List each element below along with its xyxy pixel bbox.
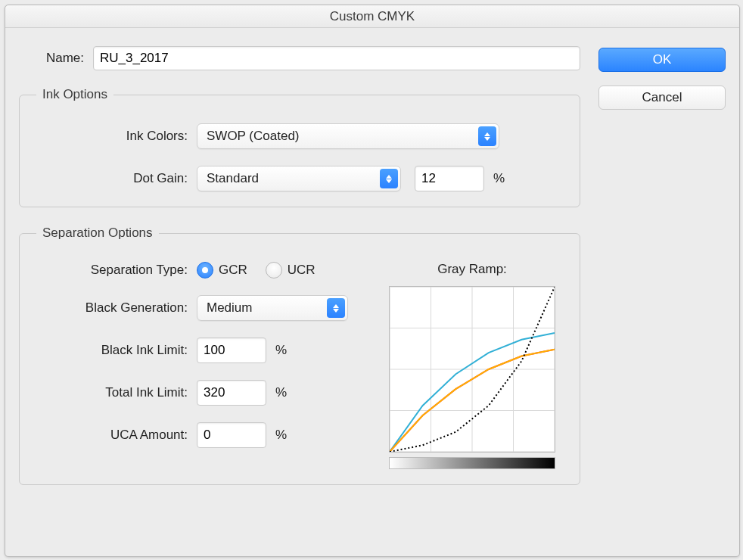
name-label: Name:: [19, 51, 84, 66]
gray-ramp-label: Gray Ramp:: [437, 262, 507, 277]
black-ink-limit-row: Black Ink Limit: %: [36, 338, 365, 363]
black-generation-row: Black Generation: Medium: [36, 295, 365, 321]
radio-ucr-label: UCR: [288, 263, 316, 278]
radio-gcr[interactable]: GCR: [197, 262, 247, 278]
percent-label: %: [275, 385, 287, 400]
percent-label: %: [275, 428, 287, 443]
percent-label: %: [493, 171, 505, 186]
separation-options-group: Separation Options Separation Type: GCR: [19, 226, 580, 485]
separation-inner: Separation Type: GCR UCR Black Ge: [36, 262, 563, 469]
cancel-button[interactable]: Cancel: [598, 86, 726, 110]
ink-colors-value: SWOP (Coated): [207, 129, 300, 144]
percent-label: %: [275, 343, 287, 358]
uca-amount-row: UCA Amount: %: [36, 422, 365, 448]
dot-gain-select[interactable]: Standard: [197, 166, 401, 191]
dialog-title: Custom CMYK: [5, 5, 739, 28]
uca-amount-label: UCA Amount:: [36, 428, 188, 443]
updown-arrows-icon: [380, 169, 398, 188]
separation-left: Separation Type: GCR UCR Black Ge: [36, 262, 365, 469]
black-ink-limit-label: Black Ink Limit:: [36, 343, 188, 358]
black-generation-select[interactable]: Medium: [197, 295, 348, 321]
radio-dot-icon: [197, 262, 213, 278]
updown-arrows-icon: [478, 126, 496, 146]
ink-options-group: Ink Options Ink Colors: SWOP (Coated) Do…: [19, 87, 580, 207]
gray-ramp-panel: Gray Ramp:: [381, 262, 563, 469]
gray-ramp-gradient: [389, 457, 555, 469]
gray-ramp-chart: [389, 286, 555, 453]
dialog-window: Custom CMYK Name: Ink Options Ink Colors…: [5, 5, 740, 557]
uca-amount-input[interactable]: [197, 422, 266, 448]
radio-dot-icon: [266, 262, 282, 278]
total-ink-limit-label: Total Ink Limit:: [36, 385, 188, 400]
black-ink-limit-input[interactable]: [197, 338, 266, 363]
ink-colors-select[interactable]: SWOP (Coated): [197, 123, 499, 149]
updown-arrows-icon: [327, 298, 345, 318]
separation-type-label: Separation Type:: [36, 263, 188, 278]
black-generation-value: Medium: [207, 300, 252, 316]
radio-ucr[interactable]: UCR: [266, 262, 316, 278]
dialog-content: Name: Ink Options Ink Colors: SWOP (Coat…: [5, 28, 739, 515]
separation-options-legend: Separation Options: [36, 226, 159, 241]
dot-gain-label: Dot Gain:: [36, 171, 188, 186]
radio-gcr-label: GCR: [219, 263, 247, 278]
dot-gain-amount-input[interactable]: [415, 166, 484, 191]
black-generation-label: Black Generation:: [36, 300, 188, 316]
total-ink-limit-row: Total Ink Limit: %: [36, 380, 365, 406]
dialog-right: OK Cancel: [598, 46, 726, 503]
separation-type-row: Separation Type: GCR UCR: [36, 262, 365, 278]
ink-colors-row: Ink Colors: SWOP (Coated): [36, 123, 563, 149]
total-ink-limit-input[interactable]: [197, 380, 266, 406]
ok-button[interactable]: OK: [598, 48, 726, 72]
ink-options-legend: Ink Options: [36, 87, 113, 102]
name-input[interactable]: [93, 46, 580, 70]
dot-gain-value: Standard: [207, 171, 259, 186]
name-row: Name:: [19, 46, 580, 70]
ink-colors-label: Ink Colors:: [36, 129, 188, 144]
dialog-left: Name: Ink Options Ink Colors: SWOP (Coat…: [19, 46, 580, 503]
dot-gain-row: Dot Gain: Standard %: [36, 166, 563, 191]
